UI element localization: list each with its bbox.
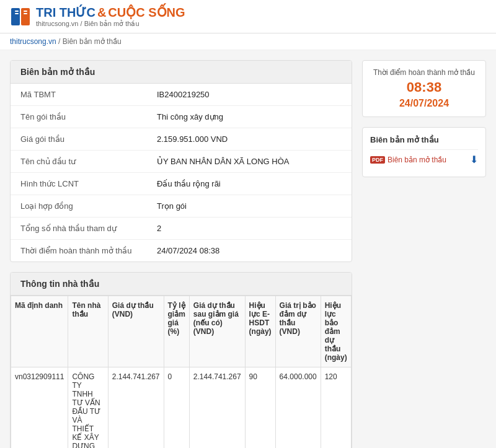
time-label: Thời điểm hoàn thành mở thầu xyxy=(370,68,478,77)
contractor-table: Mã định danhTên nhà thầuGiá dự thầu (VND… xyxy=(11,296,352,448)
breadcrumb-home[interactable]: thitrucsong.vn xyxy=(10,37,56,46)
info-value: ỦY BAN NHÂN DÂN XÃ LONG HÒA xyxy=(147,151,352,173)
col-header: Tỷ lệ giảm giá (%) xyxy=(164,296,189,367)
info-label: Tên gói thầu xyxy=(11,106,147,128)
download-icon[interactable]: ⬇ xyxy=(470,154,478,165)
col-header: Hiệu lực E-HSDT (ngày) xyxy=(245,296,275,367)
nha-thau-body: Mã định danhTên nhà thầuGiá dự thầu (VND… xyxy=(11,296,352,448)
nha-thau-card: Thông tin nhà thầu Mã định danhTên nhà t… xyxy=(10,272,352,448)
info-row: Mã TBMT IB2400219250 xyxy=(11,84,352,106)
col-header: Giá dự thầu (VND) xyxy=(108,296,164,367)
info-row: Thời điểm hoàn thành mở thầu 24/07/2024 … xyxy=(11,240,352,262)
table-cell: 2.144.741.267 xyxy=(189,367,245,449)
col-header: Mã định danh xyxy=(11,296,68,367)
info-label: Tổng số nhà thầu tham dự xyxy=(11,217,147,240)
info-row: Tên gói thầu Thi công xây dựng xyxy=(11,106,352,128)
table-cell: vn0312909111 xyxy=(11,367,68,449)
nha-thau-header: Thông tin nhà thầu xyxy=(11,273,352,296)
bien-ban-header: Biên bản mở thầu xyxy=(11,61,352,84)
info-value: 24/07/2024 08:38 xyxy=(147,240,352,262)
table-cell: 180 ngày xyxy=(351,367,352,449)
info-label: Giá gói thầu xyxy=(11,128,147,151)
page-layout: Biên bản mở thầu Mã TBMT IB2400219250 Tê… xyxy=(0,50,496,448)
table-cell: 90 xyxy=(245,367,275,449)
col-header: Giá dự thầu sau giảm giá (nếu có) (VND) xyxy=(189,296,245,367)
col-header: Hiệu lực bảo đảm dự thầu (ngày) xyxy=(321,296,351,367)
breadcrumb-current: Biên bản mở thầu xyxy=(63,37,122,46)
info-row: Hình thức LCNT Đấu thầu rộng rãi xyxy=(11,173,352,195)
logo-cuoc-song: CUỘC SỐNG xyxy=(108,5,185,20)
info-value: 2.159.951.000 VND xyxy=(147,128,352,151)
table-cell: CÔNG TY TNHH TƯ VẤN ĐẦU TƯ VÀ THIẾT KẾ X… xyxy=(68,367,108,449)
doc-link-label[interactable]: Biên bản mở thầu xyxy=(388,156,446,164)
info-label: Loại hợp đồng xyxy=(11,195,147,217)
info-value: IB2400219250 xyxy=(147,84,352,106)
breadcrumb-sep: / xyxy=(58,37,63,46)
header-subtitle: thitrucsong.vn / Biên bản mở thầu xyxy=(36,20,185,28)
table-cell: 64.000.000 xyxy=(275,367,321,449)
info-label: Tên chủ đầu tư xyxy=(11,151,147,173)
site-header: TRI THỨC & CUỘC SỐNG thitrucsong.vn / Bi… xyxy=(0,0,496,33)
info-value: Thi công xây dựng xyxy=(147,106,352,128)
sidebar-doc-card: Biên bản mở thầu PDF Biên bản mở thầu ⬇ xyxy=(362,127,486,177)
bien-ban-card: Biên bản mở thầu Mã TBMT IB2400219250 Tê… xyxy=(10,60,352,262)
sidebar: Thời điểm hoàn thành mở thầu 08:38 24/07… xyxy=(362,60,486,448)
table-cell: 0 xyxy=(164,367,189,449)
info-value: Trọn gói xyxy=(147,195,352,217)
breadcrumb: thitrucsong.vn / Biên bản mở thầu xyxy=(0,33,496,50)
col-header: Giá trị bảo đảm dự thầu (VND) xyxy=(275,296,321,367)
bien-ban-body: Mã TBMT IB2400219250 Tên gói thầu Thi cô… xyxy=(11,84,352,261)
info-label: Hình thức LCNT xyxy=(11,173,147,195)
info-value: 2 xyxy=(147,217,352,240)
logo-amp: & xyxy=(97,6,106,20)
table-cell: 120 xyxy=(321,367,351,449)
info-value: Đấu thầu rộng rãi xyxy=(147,173,352,195)
svg-rect-3 xyxy=(15,13,19,14)
info-label: Mã TBMT xyxy=(11,84,147,106)
pdf-badge: PDF xyxy=(370,156,385,164)
svg-rect-2 xyxy=(15,11,19,12)
info-row: Giá gói thầu 2.159.951.000 VND xyxy=(11,128,352,151)
col-header: Thời gian thực hiện gói thầu xyxy=(351,296,352,367)
time-value: 08:38 xyxy=(370,79,478,95)
svg-rect-5 xyxy=(24,13,27,14)
svg-rect-4 xyxy=(24,11,27,12)
info-row: Loại hợp đồng Trọn gói xyxy=(11,195,352,217)
doc-item: PDF Biên bản mở thầu ⬇ xyxy=(370,149,478,169)
pdf-link[interactable]: PDF Biên bản mở thầu xyxy=(370,156,446,164)
doc-section-title: Biên bản mở thầu xyxy=(370,135,478,144)
logo-book-icon xyxy=(10,6,32,28)
info-table: Mã TBMT IB2400219250 Tên gói thầu Thi cô… xyxy=(11,84,352,261)
table-row: vn0312909111CÔNG TY TNHH TƯ VẤN ĐẦU TƯ V… xyxy=(11,367,352,449)
info-row: Tổng số nhà thầu tham dự 2 xyxy=(11,217,352,240)
main-content: Biên bản mở thầu Mã TBMT IB2400219250 Tê… xyxy=(10,60,352,448)
logo-tri: TRI THỨC xyxy=(36,5,95,20)
sidebar-time-card: Thời điểm hoàn thành mở thầu 08:38 24/07… xyxy=(362,60,486,117)
table-cell: 2.144.741.267 xyxy=(108,367,164,449)
col-header: Tên nhà thầu xyxy=(68,296,108,367)
info-label: Thời điểm hoàn thành mở thầu xyxy=(11,240,147,262)
date-value: 24/07/2024 xyxy=(370,98,478,109)
info-row: Tên chủ đầu tư ỦY BAN NHÂN DÂN XÃ LONG H… xyxy=(11,151,352,173)
